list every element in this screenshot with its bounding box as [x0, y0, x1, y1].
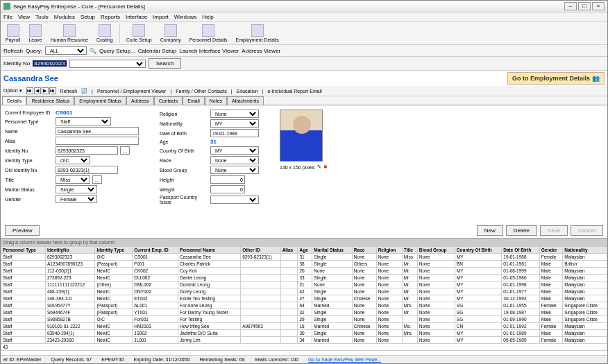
hr-button[interactable]: Human Resource: [48, 24, 90, 43]
col-header[interactable]: Current Emp. ID: [133, 247, 178, 254]
col-header[interactable]: Blood Group: [417, 247, 455, 254]
height-input[interactable]: [210, 175, 245, 184]
calendar-setup-button[interactable]: Calendar Setup: [138, 48, 177, 54]
address-viewer-button[interactable]: Address Viewer: [242, 48, 280, 54]
tab-address[interactable]: Address: [126, 96, 154, 105]
table-row[interactable]: StaffS0195477Y(Passport)AL001For Anne Le…: [1, 302, 607, 309]
menu-import[interactable]: Import: [153, 14, 169, 20]
employment-button[interactable]: Employment Details: [234, 24, 281, 43]
dob-input[interactable]: [210, 129, 259, 137]
table-row[interactable]: Staff910101-01-2222NewICHM2003How Ming S…: [1, 323, 607, 330]
education-link[interactable]: Education: [237, 89, 258, 94]
nationality-select[interactable]: MY: [210, 119, 259, 128]
tab-email[interactable]: Email: [183, 96, 205, 105]
minimize-button[interactable]: –: [564, 2, 577, 10]
col-header[interactable]: Gender: [539, 247, 563, 254]
company-button[interactable]: Company: [158, 24, 183, 43]
search-icon[interactable]: 🔍: [90, 48, 96, 54]
tab-details[interactable]: Details: [2, 96, 26, 105]
id-lookup-button[interactable]: …: [120, 146, 130, 155]
identity-select[interactable]: [69, 60, 146, 68]
menu-help[interactable]: Help: [202, 14, 213, 20]
menu-view[interactable]: View: [18, 14, 30, 20]
goto-employment-button[interactable]: Go to Employment Details👥: [507, 72, 605, 85]
col-header[interactable]: Personnel Type: [1, 247, 46, 254]
col-header[interactable]: IdentityNo: [45, 247, 95, 254]
table-row[interactable]: Staff112-030(2)1NewICCK002Coy Koh20NoneN…: [1, 268, 607, 275]
menu-windows[interactable]: Windows: [174, 14, 196, 20]
table-row[interactable]: Staff83940-294(1)NewICJS002Jacintha D/O …: [1, 330, 607, 337]
col-header[interactable]: Age: [298, 247, 312, 254]
nav-last[interactable]: ⏭: [49, 87, 56, 94]
weight-input[interactable]: [210, 185, 245, 193]
table-row[interactable]: Staff111111111122212(Other)DML002Dominic…: [1, 281, 607, 288]
race-select[interactable]: None: [210, 156, 259, 164]
col-header[interactable]: Identity Type: [95, 247, 133, 254]
identity-no-value[interactable]: 8293002323: [33, 60, 67, 67]
table-row[interactable]: StaffS9086827BOICFor001For Testing29Sing…: [1, 316, 607, 323]
query-select[interactable]: ALL: [45, 46, 87, 55]
table-row[interactable]: StaffS6944674F(Passport)YT001For Danny Y…: [1, 309, 607, 316]
payroll-button[interactable]: Payroll: [3, 24, 22, 43]
tab-residence[interactable]: Residence Status: [26, 96, 74, 105]
marital-select[interactable]: Single: [56, 185, 97, 193]
launch-viewer-button[interactable]: Launch Interface Viewer: [179, 48, 239, 54]
web-link[interactable]: Go to Sage EasyPay Web Page...: [308, 357, 381, 362]
tab-notes[interactable]: Notes: [205, 96, 227, 105]
country-birth-select[interactable]: MY: [210, 146, 259, 155]
title-lookup-button[interactable]: …: [92, 175, 102, 184]
tab-contacts[interactable]: Contacts: [154, 96, 183, 105]
col-header[interactable]: Title: [402, 247, 417, 254]
menu-reports[interactable]: Reports: [101, 14, 120, 20]
photo-edit-icon[interactable]: ✎: [317, 164, 321, 170]
nav-prev[interactable]: ◀: [34, 87, 41, 94]
search-button[interactable]: Search: [149, 58, 181, 69]
personnel-viewer-link[interactable]: Personnel / Employment Viewer: [97, 89, 166, 94]
table-row[interactable]: Staff23423-29300NewICJL001Jenny Lim34Mar…: [1, 337, 607, 344]
maximize-button[interactable]: □: [578, 2, 591, 10]
identity-type-select[interactable]: OIC: [56, 156, 90, 164]
personnel-grid[interactable]: Drag a column header here to group by th…: [1, 238, 607, 355]
delete-button[interactable]: Delete: [506, 225, 537, 236]
table-row[interactable]: Staff348-394-3-0NewICET002Eddie Teo Test…: [1, 295, 607, 302]
table-row[interactable]: StaffA1234567890123(Passport)F001Charles…: [1, 261, 607, 268]
col-header[interactable]: Date Of Birth: [502, 247, 539, 254]
table-row[interactable]: Staff273892-223NewICDLL002Daniel Leong33…: [1, 275, 607, 281]
col-header[interactable]: Nationality: [563, 247, 607, 254]
nav-next[interactable]: ▶: [42, 87, 49, 94]
menu-interface[interactable]: Interface: [126, 14, 147, 20]
nav-first[interactable]: ⏮: [26, 87, 33, 94]
blood-select[interactable]: None: [210, 166, 259, 174]
alias-input[interactable]: [56, 137, 139, 145]
cancel-button[interactable]: Cancel: [571, 225, 603, 236]
menu-modules[interactable]: Modules: [54, 14, 75, 20]
family-contacts-link[interactable]: Family / Other Contacts: [176, 89, 227, 94]
new-button[interactable]: New: [477, 225, 503, 236]
save-button[interactable]: Save: [540, 225, 568, 236]
menu-tools[interactable]: Tools: [35, 14, 49, 20]
personnel-type-select[interactable]: Staff: [56, 117, 111, 125]
preview-button[interactable]: Preview: [5, 225, 40, 236]
close-button[interactable]: ×: [592, 2, 605, 10]
costing-button[interactable]: Costing: [94, 24, 115, 43]
religion-select[interactable]: None: [210, 110, 259, 118]
col-header[interactable]: Country Of Birth: [455, 247, 502, 254]
table-row[interactable]: Staff8293002323OICCS001Cassandra See8293…: [1, 254, 607, 261]
col-header[interactable]: Alias: [280, 247, 298, 254]
col-header[interactable]: Religion: [376, 247, 402, 254]
col-header[interactable]: Other ID: [241, 247, 281, 254]
table-row[interactable]: Staff468-239(1)NewICDNY002Dorey Leong42S…: [1, 288, 607, 295]
name-input[interactable]: [56, 127, 139, 135]
menu-file[interactable]: File: [3, 14, 12, 20]
refresh-icon[interactable]: 🔄: [81, 88, 87, 94]
refresh-link[interactable]: Refresh: [60, 89, 78, 94]
tab-employment[interactable]: Employment Status: [74, 96, 126, 105]
col-header[interactable]: Race: [352, 247, 376, 254]
option-dropdown[interactable]: Option ▾: [3, 88, 22, 94]
leave-button[interactable]: Leave: [26, 24, 44, 43]
col-header[interactable]: Marital Status: [312, 247, 353, 254]
gender-select[interactable]: Female: [56, 195, 97, 203]
old-identity-input[interactable]: [56, 166, 118, 174]
query-setup-button[interactable]: Query Setup...: [99, 48, 135, 54]
title-select[interactable]: Miss: [56, 175, 90, 184]
